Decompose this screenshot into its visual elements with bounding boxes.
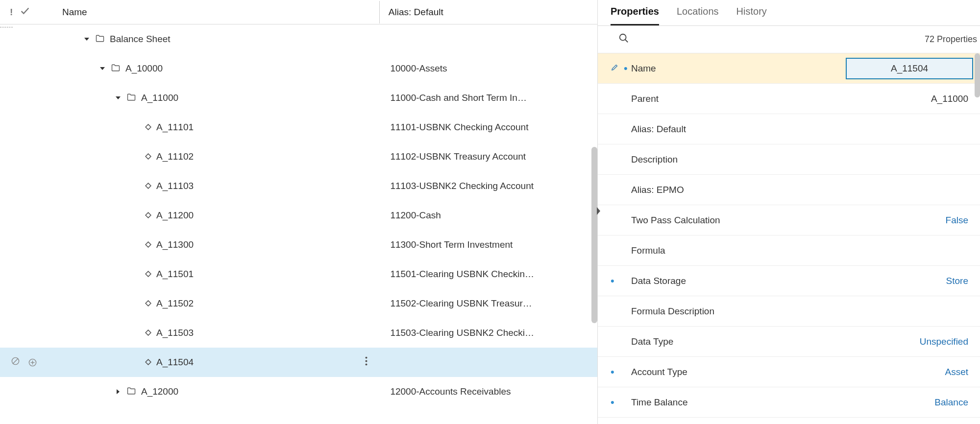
properties-list: •NameParentA_11000Alias: DefaultDescript… <box>598 53 980 424</box>
node-name: A_11102 <box>156 151 194 162</box>
property-label: Formula Description <box>631 306 846 317</box>
node-alias: 11501-Clearing USBNK Checkin… <box>381 269 597 280</box>
svg-marker-4 <box>146 154 151 159</box>
tree-header: ! Name Alias: Default <box>0 0 597 24</box>
name-cell: A_11102 <box>47 151 381 162</box>
leaf-node-icon <box>145 239 151 250</box>
folder-icon <box>95 33 105 46</box>
svg-marker-16 <box>146 359 151 365</box>
tree-row[interactable]: Balance Sheet <box>0 24 597 54</box>
search-icon[interactable] <box>618 33 629 46</box>
tree-row[interactable]: A_1110211102-USBNK Treasury Account <box>0 142 597 171</box>
svg-marker-8 <box>146 271 151 277</box>
property-value[interactable]: Asset <box>846 367 973 377</box>
node-name: A_11300 <box>156 239 194 250</box>
property-row[interactable]: Formula Description <box>598 296 980 327</box>
tree-body: Balance SheetA_1000010000-AssetsA_110001… <box>0 24 597 424</box>
svg-line-23 <box>625 40 628 43</box>
tree-row[interactable]: A_1110111101-USBNK Checking Account <box>0 113 597 142</box>
tab-properties[interactable]: Properties <box>611 6 659 25</box>
tree-row[interactable]: A_1110311103-USBNK2 Checking Account <box>0 171 597 201</box>
leaf-node-icon <box>145 181 151 191</box>
node-name: Balance Sheet <box>110 34 171 45</box>
tree-row[interactable]: A_1120011200-Cash <box>0 201 597 230</box>
name-cell: A_11501 <box>47 269 381 280</box>
name-cell: A_11502 <box>47 298 381 309</box>
name-cell: A_11300 <box>47 239 381 250</box>
svg-point-17 <box>366 357 368 359</box>
leaf-node-icon <box>145 328 151 338</box>
property-value[interactable]: Balance <box>846 397 973 408</box>
node-name: A_11101 <box>156 122 194 133</box>
expand-toggle[interactable] <box>115 386 122 397</box>
property-label: Alias: EPMO <box>631 185 846 195</box>
tab-locations[interactable]: Locations <box>677 6 719 25</box>
property-label: Two Pass Calculation <box>631 215 846 226</box>
property-row[interactable]: •Name <box>598 53 980 84</box>
property-label: Data Type <box>631 336 846 347</box>
row-menu-icon[interactable] <box>365 357 368 368</box>
name-cell: A_10000 <box>47 63 381 75</box>
name-cell: A_11103 <box>47 181 381 191</box>
tree-row[interactable]: A_1100011000-Cash and Short Term In… <box>0 83 597 113</box>
property-row[interactable]: •Time BalanceBalance <box>598 387 980 418</box>
collapse-toggle[interactable] <box>115 93 122 103</box>
property-value[interactable]: Unspecified <box>846 336 973 347</box>
properties-toolbar: 72 Properties <box>598 26 980 53</box>
property-row[interactable]: ParentA_11000 <box>598 84 980 114</box>
svg-marker-20 <box>117 389 120 394</box>
property-row[interactable]: •Data StorageStore <box>598 266 980 296</box>
node-name: A_12000 <box>141 386 178 397</box>
forbidden-icon[interactable] <box>11 356 20 368</box>
node-name: A_11000 <box>141 93 178 103</box>
collapse-toggle[interactable] <box>83 34 90 45</box>
folder-icon <box>111 63 121 75</box>
folder-icon <box>126 386 136 398</box>
panel-expand-arrow[interactable] <box>596 207 601 217</box>
svg-point-22 <box>620 34 626 41</box>
property-row[interactable]: Two Pass CalculationFalse <box>598 205 980 236</box>
tab-history[interactable]: History <box>736 6 767 25</box>
leaf-node-icon <box>145 269 151 280</box>
svg-marker-5 <box>146 183 151 188</box>
tree-row[interactable]: A_1200012000-Accounts Receivables <box>0 377 597 406</box>
property-value: A_11000 <box>846 94 973 104</box>
tree-row[interactable]: A_1150211502-Clearing USBNK Treasur… <box>0 289 597 318</box>
name-cell: A_12000 <box>47 386 381 398</box>
tree-row[interactable]: A_1150311503-Clearing USBNK2 Checki… <box>0 318 597 348</box>
property-row[interactable]: Formula <box>598 236 980 266</box>
node-name: A_10000 <box>125 63 163 74</box>
column-header-alias[interactable]: Alias: Default <box>380 7 593 18</box>
svg-marker-9 <box>146 301 151 306</box>
property-value[interactable]: False <box>846 215 973 226</box>
node-alias: 11102-USBNK Treasury Account <box>381 151 597 162</box>
name-cell: Balance Sheet <box>47 33 381 46</box>
property-row[interactable]: Description <box>598 144 980 175</box>
node-name: A_11502 <box>156 298 194 309</box>
check-column-icon <box>20 5 30 19</box>
property-value-input[interactable] <box>846 58 973 79</box>
tree-row[interactable]: A_1000010000-Assets <box>0 54 597 83</box>
properties-scrollbar[interactable] <box>975 53 980 97</box>
property-label: Account Type <box>631 367 846 377</box>
name-cell: A_11000 <box>47 92 381 104</box>
property-row[interactable]: Data TypeUnspecified <box>598 327 980 357</box>
column-header-name[interactable]: Name <box>47 7 379 18</box>
property-label: Data Storage <box>631 276 846 286</box>
leaf-node-icon <box>145 122 151 133</box>
property-row[interactable]: Alias: Default <box>598 114 980 144</box>
properties-count: 72 Properties <box>925 34 977 45</box>
tree-row[interactable]: A_1130011300-Short Term Investment <box>0 230 597 259</box>
node-alias: 11103-USBNK2 Checking Account <box>381 181 597 191</box>
collapse-toggle[interactable] <box>99 63 106 74</box>
property-row[interactable]: Alias: EPMO <box>598 175 980 205</box>
property-value[interactable]: Store <box>846 276 973 286</box>
node-name: A_11501 <box>156 269 194 280</box>
tree-row[interactable]: A_1150111501-Clearing USBNK Checkin… <box>0 259 597 289</box>
node-name: A_11200 <box>156 210 194 221</box>
property-row[interactable]: •Account TypeAsset <box>598 357 980 387</box>
svg-marker-2 <box>116 96 121 99</box>
tree-row[interactable]: A_11504 <box>0 348 597 377</box>
edit-icon[interactable] <box>611 63 619 74</box>
add-icon[interactable] <box>28 358 37 367</box>
